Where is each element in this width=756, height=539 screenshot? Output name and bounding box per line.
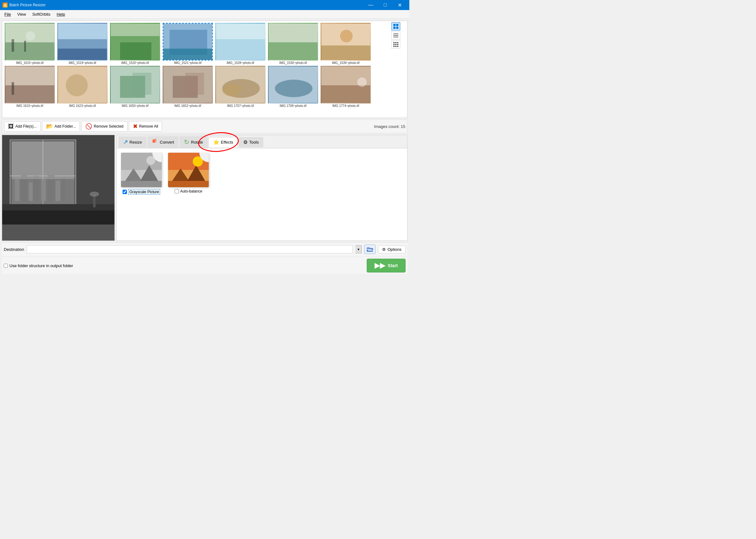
list-item[interactable]: IMG_1519~photo.tif [57, 23, 108, 65]
gallery-scroll[interactable]: IMG_1615~photo.tif IMG_1519~photo.tif [2, 21, 407, 117]
list-item[interactable]: IMG_1539~photo.tif [320, 23, 372, 65]
menu-view[interactable]: View [14, 11, 29, 18]
list-item[interactable]: IMG 1623~photo.tif [57, 66, 108, 108]
tab-tools[interactable]: ⚙ Tools [239, 137, 263, 147]
destination-input[interactable] [27, 245, 353, 253]
svg-rect-48 [395, 42, 396, 43]
tab-effects[interactable]: ⭐ Effects [208, 137, 238, 147]
list-item[interactable]: IMG_1615~photo.tif [4, 23, 55, 65]
svg-rect-38 [321, 85, 371, 104]
svg-rect-28 [133, 73, 151, 95]
effects-grid: Grayscale Picture [121, 153, 403, 195]
add-folder-label: Add Folder... [54, 124, 76, 128]
svg-rect-51 [395, 44, 396, 45]
svg-rect-17 [269, 42, 318, 60]
tab-convert[interactable]: Convert [147, 136, 179, 148]
svg-rect-72 [62, 178, 65, 201]
add-folder-button[interactable]: 📂 Add Folder... [42, 121, 80, 132]
remove-selected-button[interactable]: 🚫 Remove Selected [81, 121, 128, 132]
svg-rect-31 [185, 73, 204, 95]
list-item[interactable]: IMG_1520~photo.tif [109, 23, 161, 65]
gallery-row-2: IMG 1615~photo.tif IMG 1623~photo.tif [4, 66, 405, 108]
list-item[interactable]: IMG 1774~photo.tif [320, 66, 372, 108]
image-name: IMG 1623~photo.tif [57, 104, 107, 108]
thumbnail[interactable] [321, 23, 371, 60]
tab-rotate-label: Rotate [191, 140, 203, 145]
tab-resize[interactable]: ↗ Resize [118, 136, 147, 148]
autobalance-label-row: Auto-balance [174, 189, 202, 193]
svg-rect-10 [120, 42, 151, 60]
grayscale-effect-item: Grayscale Picture [121, 153, 162, 195]
svg-point-2 [26, 31, 35, 41]
svg-rect-68 [34, 176, 39, 201]
image-name: IMG_1519~photo.tif [57, 61, 107, 65]
list-item[interactable]: IMG 1615~photo.tif [4, 66, 55, 108]
svg-point-77 [90, 192, 99, 196]
grayscale-checkbox[interactable] [122, 190, 127, 194]
view-list-button[interactable] [391, 31, 400, 39]
thumbnail[interactable] [5, 23, 55, 60]
thumbnail[interactable] [215, 66, 265, 104]
tab-rotate[interactable]: ↻ Rotate [179, 136, 207, 148]
tools-icon: ⚙ [243, 139, 247, 145]
list-item[interactable]: IMG_1521~photo.tif [162, 23, 213, 65]
thumbnail[interactable] [321, 66, 371, 104]
effects-icon: ⭐ [213, 139, 219, 145]
image-name: IMG 1774~photo.tif [321, 104, 371, 108]
thumbnail[interactable] [57, 66, 107, 104]
svg-rect-84 [121, 181, 162, 187]
list-item[interactable]: IMG_1528~photo.tif [215, 23, 266, 65]
thumbnail[interactable] [268, 23, 318, 60]
thumbnail-selected[interactable] [163, 23, 213, 60]
image-name: IMG_1539~photo.tif [321, 61, 371, 65]
menu-softorbits[interactable]: SoftOrbits [29, 11, 54, 18]
list-item[interactable]: IMG 1708~photo.tif [267, 66, 319, 108]
svg-rect-41 [396, 24, 398, 26]
autobalance-effect-card[interactable] [168, 153, 209, 187]
menu-file[interactable]: File [1, 11, 14, 18]
view-grid-small-button[interactable] [391, 40, 400, 48]
svg-rect-4 [24, 41, 26, 52]
image-name: IMG 1707~photo.tif [215, 104, 265, 108]
list-item[interactable]: IMG 1707~photo.tif [215, 66, 266, 108]
thumbnail[interactable] [57, 23, 107, 60]
list-item[interactable]: IMG_1530~photo.tif [267, 23, 319, 65]
minimize-button[interactable]: — [364, 0, 378, 10]
view-grid-large-button[interactable] [391, 22, 400, 31]
menu-help[interactable]: Help [54, 11, 68, 18]
grayscale-effect-card[interactable] [121, 153, 162, 187]
use-folder-structure-checkbox[interactable] [4, 264, 8, 268]
svg-rect-79 [154, 139, 156, 142]
thumbnail[interactable] [268, 66, 318, 104]
autobalance-checkbox[interactable] [174, 189, 179, 193]
options-button[interactable]: ⚙ Options [378, 246, 406, 253]
add-files-button[interactable]: 🖼 Add File(s)... [4, 121, 41, 132]
svg-rect-7 [58, 48, 107, 60]
svg-point-39 [357, 77, 367, 87]
destination-folder-button[interactable] [364, 245, 376, 254]
destination-dropdown-button[interactable]: ▼ [355, 245, 362, 253]
maximize-button[interactable]: □ [378, 0, 392, 10]
start-button[interactable]: ▶▶ Start [367, 259, 406, 272]
menu-bar: File View SoftOrbits Help [0, 10, 409, 19]
list-item[interactable]: IMG 1650~photo.tif [109, 66, 161, 108]
image-name: IMG 1615~photo.tif [5, 104, 55, 108]
right-panel: ↗ Resize Convert ↻ Rotate [116, 135, 407, 241]
thumbnail[interactable] [5, 66, 55, 104]
thumbnail[interactable] [110, 23, 160, 60]
thumbnail[interactable] [163, 66, 213, 104]
close-button[interactable]: ✕ [392, 0, 407, 10]
autobalance-effect-item: Auto-balance [168, 153, 209, 195]
start-icon: ▶▶ [375, 262, 385, 270]
images-count: Images count: 15 [374, 124, 405, 129]
tab-effects-label: Effects [221, 140, 234, 145]
svg-point-92 [194, 157, 202, 166]
remove-all-button[interactable]: ✖ Remove All [129, 121, 162, 132]
svg-rect-75 [2, 204, 115, 210]
list-item[interactable]: IMG 1652~photo.tif [162, 66, 213, 108]
image-name: IMG_1520~photo.tif [110, 61, 160, 65]
thumbnail[interactable] [110, 66, 160, 104]
svg-rect-46 [393, 37, 398, 37]
svg-rect-20 [321, 45, 371, 60]
thumbnail[interactable] [215, 23, 265, 60]
